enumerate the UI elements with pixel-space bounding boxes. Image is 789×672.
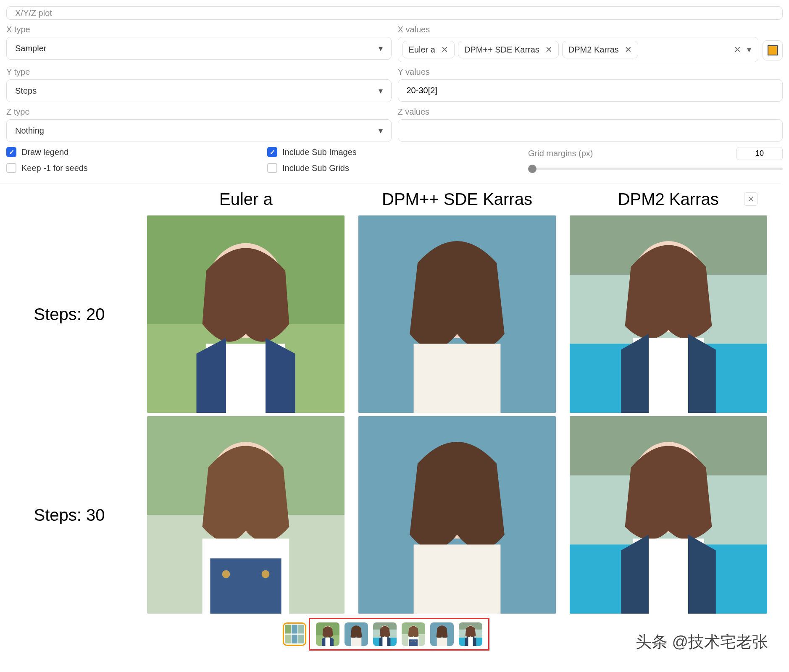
chip: DPM++ SDE Karras✕ <box>458 41 559 58</box>
close-button[interactable]: ✕ <box>744 192 757 206</box>
grid-col-header: DPM2 Karras <box>618 187 719 212</box>
result-image[interactable] <box>147 215 345 413</box>
z-type-select[interactable]: Nothing <box>6 119 392 142</box>
y-values-input[interactable] <box>398 79 783 102</box>
chevron-down-icon[interactable]: ▾ <box>747 45 751 55</box>
keep-seeds-checkbox[interactable] <box>6 163 16 173</box>
close-icon[interactable]: ✕ <box>441 45 448 55</box>
grid-margins-slider[interactable] <box>528 168 783 170</box>
z-values-input[interactable] <box>398 119 783 142</box>
book-icon <box>768 45 778 55</box>
grid-col-header: Euler a <box>219 187 273 212</box>
result-image[interactable] <box>570 416 767 614</box>
x-type-select[interactable]: Sampler <box>6 37 392 60</box>
slider-thumb[interactable] <box>528 165 537 173</box>
chevron-down-icon <box>379 86 383 96</box>
y-type-select[interactable]: Steps <box>6 79 392 102</box>
chip: DPM2 Karras✕ <box>562 41 638 58</box>
z-values-label: Z values <box>398 107 783 117</box>
result-image[interactable] <box>147 416 345 614</box>
result-image[interactable] <box>358 215 556 413</box>
watermark: 头条 @技术宅老张 <box>636 631 768 653</box>
x-values-input[interactable]: Euler a✕ DPM++ SDE Karras✕ DPM2 Karras✕ … <box>398 37 759 62</box>
gallery-thumb[interactable] <box>345 622 368 646</box>
clear-all-icon[interactable]: ✕ <box>734 45 741 55</box>
script-select[interactable]: X/Y/Z plot <box>6 6 783 20</box>
grid-margins-input[interactable] <box>736 147 783 160</box>
draw-legend-checkbox[interactable] <box>6 147 16 157</box>
gallery-thumb[interactable] <box>402 622 425 646</box>
result-image[interactable] <box>570 215 767 413</box>
y-type-label: Y type <box>6 67 392 77</box>
include-sub-grids-checkbox[interactable] <box>267 163 277 173</box>
close-icon[interactable]: ✕ <box>545 45 552 55</box>
x-type-label: X type <box>6 25 392 34</box>
result-panel: ✕ Euler a DPM++ SDE Karras DPM2 Karras S… <box>0 184 781 659</box>
fill-button[interactable] <box>763 40 783 60</box>
chevron-down-icon <box>379 43 383 53</box>
grid-row-header: Steps: 20 <box>34 305 105 324</box>
z-type-label: Z type <box>6 107 392 117</box>
chevron-down-icon <box>379 126 383 136</box>
y-values-label: Y values <box>398 67 783 77</box>
gallery-thumb-grid[interactable] <box>283 622 306 646</box>
close-icon[interactable]: ✕ <box>625 45 632 55</box>
grid-col-header: DPM++ SDE Karras <box>382 187 532 212</box>
chip: Euler a✕ <box>402 41 455 58</box>
gallery-thumb[interactable] <box>459 622 482 646</box>
x-values-label: X values <box>398 25 759 34</box>
gallery-sub-images <box>309 618 489 651</box>
grid-margins-label: Grid margins (px) <box>528 149 593 158</box>
gallery-thumb[interactable] <box>430 622 454 646</box>
script-title: X/Y/Z plot <box>15 8 52 18</box>
gallery-thumb[interactable] <box>373 622 397 646</box>
gallery-thumb[interactable] <box>316 622 339 646</box>
grid-row-header: Steps: 30 <box>34 506 105 525</box>
include-sub-images-checkbox[interactable] <box>267 147 277 157</box>
result-image[interactable] <box>358 416 556 614</box>
